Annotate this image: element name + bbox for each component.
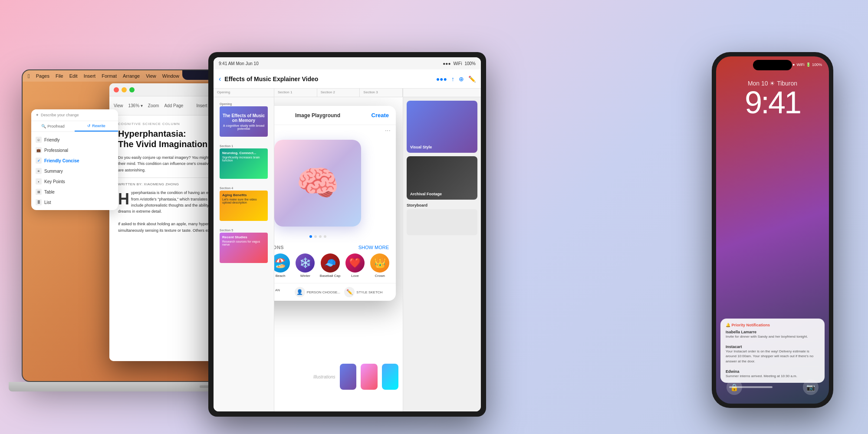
illustration-1 bbox=[340, 364, 356, 390]
mac-menubar-left:  Pages File Edit Insert Format Arrange … bbox=[28, 73, 195, 79]
ai-option-professional[interactable]: 💼 Professional bbox=[31, 145, 118, 155]
ai-option-table[interactable]: ⊞ Table bbox=[31, 187, 118, 197]
menu-insert[interactable]: Insert bbox=[84, 73, 96, 79]
ipad-nav-share[interactable]: ↑ bbox=[451, 76, 454, 82]
ipad-screen: 9:41 AM Mon Jun 10 ●●● WiFi 100% ‹ Effec… bbox=[214, 57, 481, 411]
menu-view[interactable]: View bbox=[146, 73, 156, 79]
toolbar-zoom[interactable]: 136% ▾ bbox=[128, 103, 143, 108]
section-label-1: Section 1 bbox=[274, 89, 317, 97]
winter-label: Winter bbox=[300, 274, 310, 278]
minimize-button[interactable] bbox=[122, 87, 127, 92]
dialog-pagination-dots bbox=[274, 235, 396, 238]
notification-item-edwina[interactable]: Edwina Summer interns arrived. Meeting a… bbox=[726, 369, 819, 378]
show-more-button[interactable]: SHOW MORE bbox=[358, 245, 389, 250]
dialog-suggestions-grid: 🏔️ Mountains 🏖️ Beach ❄️ Winter bbox=[274, 253, 396, 283]
dialog-image-preview: 🧠 bbox=[274, 140, 361, 227]
dialog-more-icon[interactable]: ··· bbox=[274, 125, 396, 135]
suggestion-beach[interactable]: 🏖️ Beach bbox=[274, 253, 291, 278]
dialog-preview-container: 🧠 bbox=[274, 135, 396, 232]
slide-opening-label: Opening bbox=[217, 101, 270, 106]
maximize-button[interactable] bbox=[129, 87, 135, 92]
ipad-slide-panel: Opening The Effects of Music on Memory A… bbox=[214, 97, 274, 411]
illustrations-label: Illustrations bbox=[313, 375, 335, 379]
ipad-wifi-icon: WiFi bbox=[453, 61, 462, 66]
slide-item-neurology[interactable]: Section 1 Neurolog. Connect... Significa… bbox=[217, 143, 270, 181]
ai-option-concise[interactable]: ✓ Friendly Concise bbox=[31, 155, 118, 166]
ai-option-summary[interactable]: ≡ Summary bbox=[31, 166, 118, 176]
concise-bullet: ✓ bbox=[36, 158, 42, 164]
ipad-back-button[interactable]: ‹ bbox=[219, 75, 221, 83]
slide-effects-content: The Effects of Music on Memory A cogniti… bbox=[220, 106, 268, 137]
describe-image-option[interactable]: 🖼️ DESCRIBE AN IMAGE bbox=[274, 287, 291, 297]
professional-label: Professional bbox=[44, 148, 68, 153]
dialog-create-button[interactable]: Create bbox=[372, 112, 389, 118]
ipad-nav-pen[interactable]: ✏️ bbox=[468, 76, 476, 82]
menu-pages[interactable]: Pages bbox=[36, 73, 49, 79]
menu-window[interactable]: Window bbox=[162, 73, 179, 79]
person-option[interactable]: 👤 PERSON CHOOSE... bbox=[295, 287, 341, 297]
ipad-signal-icon: ●●● bbox=[443, 61, 450, 66]
apple-logo-icon:  bbox=[28, 73, 30, 79]
suggestion-baseball-cap[interactable]: 🧢 Baseball Cap bbox=[319, 253, 341, 278]
toolbar-add-page[interactable]: Add Page bbox=[164, 103, 183, 108]
visual-style-label: Visual Style bbox=[410, 145, 432, 149]
ai-panel: ✦ Describe your change 🔍 Proofread ↺ Rew… bbox=[31, 109, 118, 210]
dot-1 bbox=[309, 235, 312, 238]
notification-item-isabella[interactable]: Isabella Lamarre Invite for dinner with … bbox=[726, 330, 819, 342]
suggestion-crown[interactable]: 👑 Crown bbox=[369, 253, 391, 278]
style-label: STYLE SKETCH bbox=[356, 290, 382, 294]
slide-section5-label: Section 5 bbox=[217, 227, 270, 233]
dialog-suggestions-header: SUGGESTIONS SHOW MORE bbox=[274, 241, 396, 253]
style-icon: ✏️ bbox=[344, 287, 355, 297]
ipad-main-content: Cancel Image Playground Create ··· 🧠 bbox=[274, 97, 403, 411]
beach-label: Beach bbox=[276, 274, 286, 278]
slide-item-aging[interactable]: Section 4 Aging Benefits Let's make sure… bbox=[217, 185, 270, 224]
sender-isabella: Isabella Lamarre bbox=[726, 330, 819, 334]
notification-item-instacart[interactable]: Instacart Your Instacart order is on the… bbox=[726, 345, 819, 367]
menu-format[interactable]: Format bbox=[102, 73, 117, 79]
notification-priority-card: 🔔 Priority Notifications Isabella Lamarr… bbox=[720, 319, 825, 383]
dialog-title: Image Playground bbox=[295, 112, 340, 118]
camera-icon[interactable]: 📷 bbox=[803, 379, 819, 395]
ipad-body: 9:41 AM Mon Jun 10 ●●● WiFi 100% ‹ Effec… bbox=[208, 52, 486, 417]
slide-neurology-thumbnail: Neurolog. Connect... Significantly incre… bbox=[220, 148, 268, 179]
proofread-tab[interactable]: 🔍 Proofread bbox=[31, 121, 75, 132]
ai-options-list: ☺ Friendly 💼 Professional ✓ Friendly Con… bbox=[31, 132, 118, 210]
toolbar-insert[interactable]: Insert bbox=[197, 103, 207, 108]
iphone-bottom-icons: 🔒 📷 bbox=[716, 379, 829, 395]
menu-edit[interactable]: Edit bbox=[69, 73, 78, 79]
suggestion-love[interactable]: ❤️ Love bbox=[344, 253, 365, 278]
sender-instacart: Instacart bbox=[726, 345, 819, 349]
suggestions-label: SUGGESTIONS bbox=[274, 245, 284, 250]
ipad-nav-actions: ●●● ↑ ⊕ ✏️ bbox=[436, 76, 476, 82]
storyboard-preview bbox=[407, 209, 477, 235]
section-label-opening: Opening bbox=[214, 89, 274, 97]
ipad-nav-action1[interactable]: ●●● bbox=[436, 76, 447, 82]
ai-option-friendly[interactable]: ☺ Friendly bbox=[31, 135, 118, 145]
ipad-battery: 100% bbox=[464, 61, 476, 66]
slide-item-recent[interactable]: Section 5 Recent Studies Research source… bbox=[217, 227, 270, 266]
ai-option-keypoints[interactable]: • Key Points bbox=[31, 176, 118, 187]
visual-style-image: Visual Style bbox=[407, 101, 477, 153]
ai-panel-header: ✦ Describe your change bbox=[31, 109, 118, 121]
crown-label: Crown bbox=[375, 274, 385, 278]
dynamic-island bbox=[753, 60, 792, 70]
ipad-nav-more[interactable]: ⊕ bbox=[459, 76, 464, 82]
menu-arrange[interactable]: Arrange bbox=[123, 73, 140, 79]
menu-file[interactable]: File bbox=[56, 73, 63, 79]
list-label: List bbox=[44, 200, 51, 205]
keypoints-label: Key Points bbox=[44, 179, 65, 184]
describe-image-label: DESCRIBE AN IMAGE bbox=[274, 288, 291, 296]
dialog-bottom-options: 🖼️ DESCRIBE AN IMAGE 👤 PERSON CHOOSE... … bbox=[274, 283, 396, 301]
style-option[interactable]: ✏️ STYLE SKETCH bbox=[344, 287, 391, 297]
toolbar-view[interactable]: View bbox=[114, 103, 123, 108]
baseball-cap-label: Baseball Cap bbox=[320, 274, 341, 278]
ai-panel-placeholder[interactable]: Describe your change bbox=[41, 113, 79, 117]
suggestion-winter[interactable]: ❄️ Winter bbox=[295, 253, 316, 278]
rewrite-tab[interactable]: ↺ Rewrite bbox=[75, 121, 118, 132]
toolbar-zoom-label: Zoom bbox=[148, 103, 159, 108]
ai-option-list[interactable]: ≣ List bbox=[31, 197, 118, 207]
ipad-nav-title: Effects of Music Explainer Video bbox=[224, 76, 432, 82]
slide-item-effects[interactable]: Opening The Effects of Music on Memory A… bbox=[217, 101, 270, 139]
close-button[interactable] bbox=[114, 87, 119, 92]
